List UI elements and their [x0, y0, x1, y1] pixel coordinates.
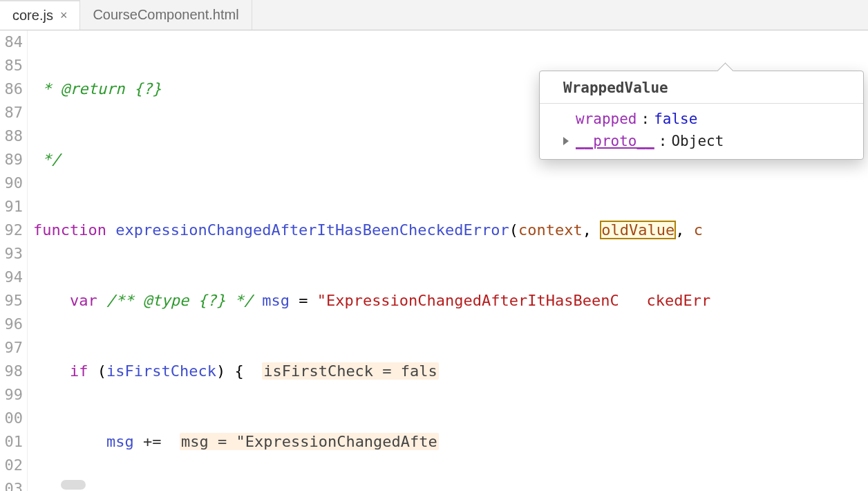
line-number: 91	[0, 195, 23, 219]
tab-label: core.js	[12, 8, 53, 24]
code-line: msg += msg = "ExpressionChangedAfte	[33, 430, 868, 454]
tooltip-title: WrappedValue	[540, 71, 863, 104]
line-number: 92	[0, 219, 23, 242]
horizontal-scrollbar-thumb[interactable]	[61, 480, 86, 490]
line-number: 95	[0, 289, 23, 313]
code-line: if (isFirstCheck) { isFirstCheck = fals	[33, 360, 868, 383]
line-number: 93	[0, 242, 23, 266]
line-number: 86	[0, 77, 23, 101]
code-line: var /** @type {?} */ msg = "ExpressionCh…	[33, 289, 868, 313]
line-number: 89	[0, 148, 23, 172]
line-number: 96	[0, 313, 23, 336]
editor: 8485868788899091929394959697989900010203…	[0, 30, 868, 491]
inline-value-hint: msg = "ExpressionChangedAfte	[180, 433, 439, 450]
line-number: 99	[0, 383, 23, 407]
property-key: __proto__	[576, 130, 654, 152]
property-value: Object	[671, 130, 724, 152]
tooltip-body: wrapped: false __proto__: Object	[540, 104, 863, 159]
line-number: 01	[0, 430, 23, 454]
line-number: 97	[0, 336, 23, 360]
inline-value-hint: isFirstCheck = fals	[262, 362, 439, 380]
property-key: wrapped	[576, 108, 637, 130]
tab-core-js[interactable]: core.js ×	[0, 0, 80, 30]
line-number: 98	[0, 360, 23, 383]
code-line: function expressionChangedAfterItHasBeen…	[33, 219, 868, 242]
line-number: 87	[0, 101, 23, 124]
line-number: 85	[0, 54, 23, 77]
line-number: 02	[0, 454, 23, 477]
line-number-gutter: 8485868788899091929394959697989900010203	[0, 30, 28, 491]
line-number: 88	[0, 124, 23, 148]
line-number: 94	[0, 266, 23, 289]
line-number: 84	[0, 30, 23, 54]
hover-target-oldvalue[interactable]: oldValue	[601, 221, 675, 239]
tab-label: CourseComponent.html	[93, 7, 238, 23]
line-number: 90	[0, 172, 23, 195]
value-tooltip[interactable]: WrappedValue wrapped: false __proto__: O…	[539, 71, 864, 160]
tab-course-component[interactable]: CourseComponent.html	[80, 0, 252, 30]
tooltip-property-row[interactable]: __proto__: Object	[551, 130, 852, 152]
tooltip-property-row[interactable]: wrapped: false	[551, 108, 852, 130]
line-number: 00	[0, 407, 23, 430]
line-number: 03	[0, 477, 23, 491]
tab-bar: core.js × CourseComponent.html	[0, 0, 868, 30]
expand-triangle-icon[interactable]	[563, 137, 569, 145]
property-value: false	[654, 108, 697, 130]
close-icon[interactable]: ×	[60, 8, 68, 23]
